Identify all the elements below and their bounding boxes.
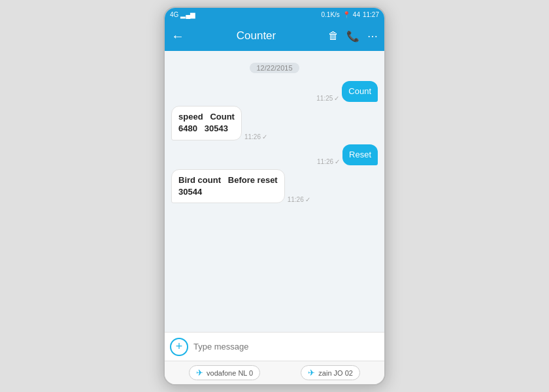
- status-bar: 4G ▂▄▆ 0.1K/s 📍 44 11:27: [165, 8, 384, 21]
- signal-bars: ▂▄▆: [180, 11, 195, 18]
- message-text-1: Count: [348, 86, 371, 96]
- message-row-3: 11:26 ✓ Reset: [171, 144, 378, 165]
- sim1-button[interactable]: ✈ vodafone NL 0: [189, 365, 260, 380]
- screen-title: Counter: [190, 29, 323, 42]
- battery-indicator: 44: [353, 11, 360, 18]
- message-meta-4: 11:26 ✓: [288, 196, 310, 203]
- more-options-button[interactable]: ⋯: [367, 30, 378, 42]
- chat-area: 12/22/2015 11:25 ✓ Count speed Count6480…: [165, 51, 384, 332]
- message-time-3: 11:26: [317, 158, 333, 165]
- message-meta-3: 11:26 ✓: [317, 158, 340, 165]
- message-ticks-2: ✓: [262, 133, 267, 140]
- message-row-1: 11:25 ✓ Count: [171, 81, 378, 102]
- message-time-4: 11:26: [288, 196, 304, 203]
- location-icon: 📍: [342, 11, 350, 18]
- message-input[interactable]: [193, 342, 379, 351]
- message-row-2: speed Count6480 30543 11:26 ✓: [171, 106, 378, 140]
- sim2-label: zain JO 02: [318, 369, 353, 377]
- attach-button[interactable]: +: [170, 338, 188, 356]
- message-time-2: 11:26: [244, 133, 261, 140]
- sim-bar: ✈ vodafone NL 0 ✈ zain JO 02: [165, 361, 384, 384]
- message-ticks-3: ✓: [335, 158, 340, 165]
- message-ticks-4: ✓: [305, 196, 310, 203]
- message-bubble-4: Bird count Before reset30544: [171, 169, 285, 203]
- message-bubble-2: speed Count6480 30543: [171, 106, 242, 140]
- date-label: 12/22/2015: [250, 63, 299, 73]
- sim2-button[interactable]: ✈ zain JO 02: [301, 365, 360, 380]
- top-bar: ← Counter 🗑 📞 ⋯: [165, 21, 384, 51]
- sim1-icon: ✈: [196, 368, 203, 378]
- message-bubble-3: Reset: [342, 144, 378, 165]
- message-text-4: Bird count Before reset30544: [178, 175, 278, 197]
- message-time-1: 11:25: [316, 95, 333, 102]
- top-bar-actions: 🗑 📞 ⋯: [328, 30, 378, 42]
- delete-button[interactable]: 🗑: [328, 30, 339, 42]
- message-text-2: speed Count6480 30543: [178, 112, 235, 133]
- message-ticks-1: ✓: [334, 95, 339, 102]
- back-button[interactable]: ←: [171, 29, 184, 44]
- phone-frame: 4G ▂▄▆ 0.1K/s 📍 44 11:27 ← Counter 🗑 📞 ⋯…: [163, 7, 386, 385]
- sim2-icon: ✈: [308, 368, 315, 378]
- bottom-input-bar: +: [165, 332, 384, 361]
- sim1-label: vodafone NL 0: [207, 369, 253, 377]
- message-bubble-1: Count: [342, 81, 378, 102]
- message-text-3: Reset: [349, 150, 371, 159]
- signal-icon: 4G: [170, 11, 178, 18]
- speed-indicator: 0.1K/s: [321, 11, 339, 18]
- message-meta-1: 11:25 ✓: [316, 95, 339, 102]
- status-left: 4G ▂▄▆: [170, 11, 195, 18]
- message-row-4: Bird count Before reset30544 11:26 ✓: [171, 169, 378, 203]
- message-meta-2: 11:26 ✓: [244, 133, 267, 140]
- time-display: 11:27: [363, 11, 379, 18]
- status-right: 0.1K/s 📍 44 11:27: [321, 11, 379, 18]
- call-button[interactable]: 📞: [346, 30, 359, 42]
